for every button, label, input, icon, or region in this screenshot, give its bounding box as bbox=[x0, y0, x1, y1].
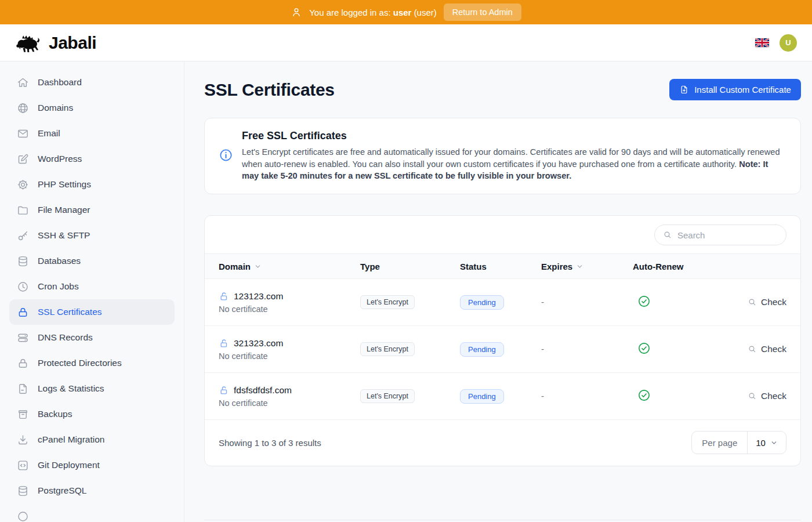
sidebar: Dashboard Domains Email WordPress PHP Se… bbox=[0, 61, 184, 522]
sidebar-item-cron-jobs[interactable]: Cron Jobs bbox=[9, 274, 175, 299]
key-icon bbox=[17, 230, 29, 242]
info-box-title: Free SSL Certificates bbox=[242, 130, 781, 142]
info-box: Free SSL Certificates Let's Encrypt cert… bbox=[204, 118, 801, 194]
sidebar-item-backups[interactable]: Backups bbox=[9, 401, 175, 427]
search-box[interactable] bbox=[654, 224, 786, 245]
pencil-icon bbox=[17, 153, 29, 165]
page-title: SSL Certificates bbox=[204, 80, 335, 100]
sidebar-item-label: Protected Directories bbox=[38, 358, 122, 368]
page-footer: Jabali Panel GitHub ↗ © 2026 Jabali v0.9… bbox=[204, 520, 801, 522]
table-row: fdsfsdfdsf.com No certificate Let's Encr… bbox=[205, 373, 800, 420]
check-circle-icon bbox=[637, 389, 651, 402]
auto-renew-toggle[interactable] bbox=[633, 342, 748, 357]
expires-value: - bbox=[541, 344, 544, 354]
sidebar-item-label: Cron Jobs bbox=[38, 281, 79, 292]
sidebar-item-git-deployment[interactable]: Git Deployment bbox=[9, 452, 175, 478]
table-row: 123123.com No certificate Let's Encrypt … bbox=[205, 279, 800, 326]
sidebar-item-protected-directories[interactable]: Protected Directories bbox=[9, 350, 175, 376]
sidebar-item-email[interactable]: Email bbox=[9, 121, 175, 146]
sidebar-item-dashboard[interactable]: Dashboard bbox=[9, 70, 175, 95]
check-circle-icon bbox=[637, 295, 651, 308]
type-badge: Let's Encrypt bbox=[360, 295, 415, 309]
expires-value: - bbox=[541, 391, 544, 401]
column-header-expires[interactable]: Expires bbox=[541, 262, 633, 271]
type-badge: Let's Encrypt bbox=[360, 342, 415, 356]
search-input[interactable] bbox=[677, 230, 778, 240]
sidebar-item-databases[interactable]: Databases bbox=[9, 248, 175, 274]
sidebar-item-logs-statistics[interactable]: Logs & Statistics bbox=[9, 376, 175, 401]
check-circle-icon bbox=[637, 342, 651, 355]
sidebar-item-file-manager[interactable]: File Manager bbox=[9, 197, 175, 223]
certificate-status-sub: No certificate bbox=[219, 351, 360, 361]
globe-icon bbox=[17, 102, 29, 114]
install-custom-certificate-button[interactable]: Install Custom Certificate bbox=[669, 79, 801, 100]
check-button[interactable]: Check bbox=[748, 297, 786, 307]
auto-renew-toggle[interactable] bbox=[633, 295, 748, 310]
certificate-status-sub: No certificate bbox=[219, 398, 360, 408]
certificate-status-sub: No certificate bbox=[219, 304, 360, 314]
mail-icon bbox=[17, 128, 29, 140]
domain-cell: 321323.com No certificate bbox=[219, 338, 360, 361]
column-header-type: Type bbox=[360, 262, 460, 271]
language-flag-icon[interactable] bbox=[755, 38, 769, 47]
sidebar-item-label: PHP Settings bbox=[38, 179, 91, 190]
column-header-domain[interactable]: Domain bbox=[219, 262, 360, 271]
sidebar-item-ssl-certificates[interactable]: SSL Certificates bbox=[9, 299, 175, 325]
sidebar-item-label: Email bbox=[38, 128, 60, 139]
sidebar-item-dns-records[interactable]: DNS Records bbox=[9, 325, 175, 350]
sidebar-item-label: File Manager bbox=[38, 205, 90, 215]
unlocked-padlock-icon bbox=[219, 338, 229, 349]
sidebar-item-label: Git Deployment bbox=[38, 460, 100, 470]
column-header-status: Status bbox=[460, 262, 541, 271]
per-page-value: 10 bbox=[756, 438, 766, 448]
folder-icon bbox=[17, 204, 29, 216]
impersonation-bar: You are logged in as: user (user) Return… bbox=[0, 0, 812, 24]
sidebar-item-domains[interactable]: Domains bbox=[9, 95, 175, 121]
sidebar-item-cpanel-migration[interactable]: cPanel Migration bbox=[9, 427, 175, 452]
code-icon bbox=[17, 459, 29, 472]
domain-cell: 123123.com No certificate bbox=[219, 291, 360, 314]
domain-name: 123123.com bbox=[234, 291, 283, 302]
magnifier-icon bbox=[748, 298, 757, 307]
lock-icon bbox=[17, 306, 29, 318]
search-icon bbox=[663, 230, 672, 240]
clock-icon bbox=[17, 281, 29, 293]
expires-value: - bbox=[541, 297, 544, 307]
domain-cell: fdsfsdfdsf.com No certificate bbox=[219, 385, 360, 408]
home-icon bbox=[17, 77, 29, 89]
info-box-body: Let's Encrypt certificates are free and … bbox=[242, 146, 781, 182]
boar-logo-icon bbox=[16, 32, 43, 53]
check-button[interactable]: Check bbox=[748, 344, 786, 354]
app-header: Jabali U bbox=[0, 24, 812, 61]
impersonation-message: You are logged in as: user (user) bbox=[309, 8, 437, 17]
impersonated-username: user bbox=[393, 8, 412, 17]
circle-icon bbox=[17, 510, 29, 522]
unlocked-padlock-icon bbox=[219, 385, 229, 396]
padlock-icon bbox=[17, 357, 29, 369]
status-badge: Pending bbox=[460, 295, 504, 310]
sidebar-item-ssh-sftp[interactable]: SSH & SFTP bbox=[9, 223, 175, 248]
magnifier-icon bbox=[748, 345, 757, 354]
per-page-select[interactable]: Per page 10 bbox=[691, 431, 786, 454]
sidebar-item-php-settings[interactable]: PHP Settings bbox=[9, 172, 175, 197]
chevron-down-icon bbox=[576, 263, 583, 270]
user-avatar[interactable]: U bbox=[780, 34, 797, 52]
database-icon bbox=[17, 255, 29, 267]
sidebar-item-label: SSH & SFTP bbox=[38, 230, 90, 241]
magnifier-icon bbox=[748, 392, 757, 401]
return-to-admin-button[interactable]: Return to Admin bbox=[444, 3, 521, 21]
info-icon bbox=[219, 148, 233, 165]
person-icon bbox=[291, 6, 302, 18]
check-button[interactable]: Check bbox=[748, 391, 786, 401]
per-page-label: Per page bbox=[692, 432, 748, 454]
brand-name: Jabali bbox=[49, 33, 96, 53]
sidebar-item-wordpress[interactable]: WordPress bbox=[9, 146, 175, 172]
archive-icon bbox=[17, 408, 29, 420]
sidebar-item-postgresql[interactable]: PostgreSQL bbox=[9, 478, 175, 503]
auto-renew-toggle[interactable] bbox=[633, 389, 748, 404]
sidebar-item-partial[interactable] bbox=[9, 503, 175, 522]
brand[interactable]: Jabali bbox=[16, 32, 96, 53]
sidebar-item-label: WordPress bbox=[38, 154, 82, 164]
main-content: SSL Certificates Install Custom Certific… bbox=[184, 61, 812, 522]
download-icon bbox=[17, 434, 29, 446]
